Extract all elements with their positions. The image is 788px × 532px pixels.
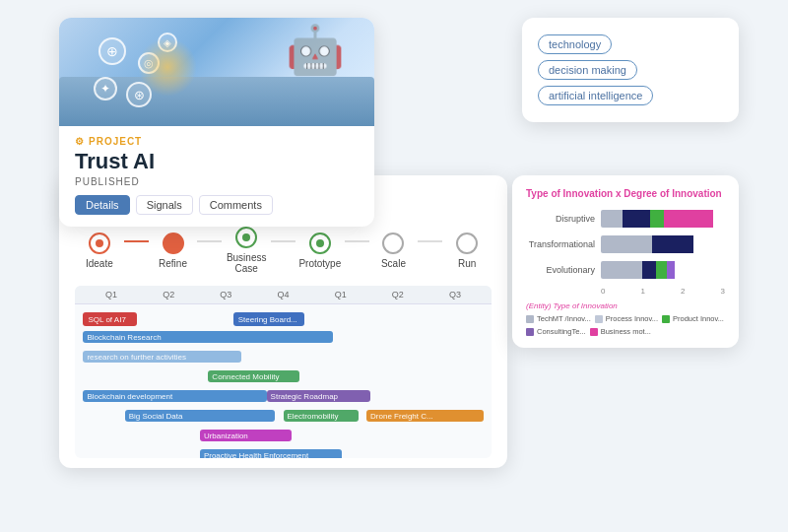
step-ideate[interactable]: Ideate bbox=[75, 233, 124, 269]
tag-technology[interactable]: technology bbox=[538, 34, 612, 54]
bar-segments-transformational bbox=[601, 235, 725, 253]
step-circle-prototype bbox=[309, 233, 331, 254]
bar-big-social: Big Social Data Electromobility Drone Fr… bbox=[75, 407, 492, 425]
step-label-refine: Refine bbox=[159, 258, 187, 269]
step-circle-refine bbox=[163, 233, 184, 254]
robot-hand-icon: 🤖 bbox=[286, 23, 345, 78]
legend-consulting: ConsultingTe... bbox=[526, 327, 586, 336]
bar-row-3: Connected Mobility bbox=[75, 367, 492, 385]
project-card-body: ⚙ PROJECT Trust AI PUBLISHED Details Sig… bbox=[59, 126, 374, 227]
bar-label-disruptive: Disruptive bbox=[526, 214, 595, 224]
step-prototype[interactable]: Prototype bbox=[296, 233, 345, 269]
col-q1-next: Q1 bbox=[312, 290, 369, 299]
tab-details[interactable]: Details bbox=[75, 195, 130, 215]
bar-segments-evolutionary bbox=[601, 261, 725, 279]
legend-product: Product Innov... bbox=[662, 314, 724, 323]
col-q3-next: Q3 bbox=[427, 290, 484, 299]
step-circle-run bbox=[456, 233, 478, 254]
bar-further-activities: research on further activities bbox=[75, 348, 492, 366]
project-card: ⊕ ◎ ✦ ◈ ⊛ 🤖 ⚙ PROJECT Trust AI PUBLISHED… bbox=[59, 18, 374, 227]
milestone-sql: SQL of AI7 bbox=[83, 312, 137, 326]
bar-health: Proactive Health Enforcement bbox=[75, 446, 492, 458]
bar-chart: Disruptive Transformational Evolutionary bbox=[526, 210, 725, 279]
col-q2: Q2 bbox=[140, 290, 197, 299]
chart-row-disruptive: Disruptive bbox=[526, 210, 725, 228]
bar-label-evolutionary: Evolutionary bbox=[526, 265, 595, 275]
tag-artificial-intelligence[interactable]: artificial intelligence bbox=[538, 86, 653, 105]
chart-row-evolutionary: Evolutionary bbox=[526, 261, 725, 279]
legend-business: Business mot... bbox=[590, 327, 651, 336]
col-q3: Q3 bbox=[197, 290, 254, 299]
chart-card: Type of Innovation x Degree of Innovatio… bbox=[512, 175, 739, 348]
milestone-steering: Steering Board... bbox=[233, 312, 304, 326]
project-tabs: Details Signals Comments bbox=[75, 195, 359, 219]
workflow-steps: Ideate Refine Business Case Prototype Sc… bbox=[75, 227, 492, 274]
timeline-area: Q1 Q2 Q3 Q4 Q1 Q2 Q3 SQL of AI7 Steering… bbox=[75, 286, 492, 458]
step-circle-ideate bbox=[89, 233, 110, 254]
tag-decision-making[interactable]: decision making bbox=[538, 60, 637, 80]
col-q4: Q4 bbox=[254, 290, 311, 299]
bar-label-transformational: Transformational bbox=[526, 239, 595, 249]
step-circle-business bbox=[235, 227, 257, 248]
chart-title: Type of Innovation x Degree of Innovatio… bbox=[526, 187, 725, 200]
tab-comments[interactable]: Comments bbox=[199, 195, 273, 215]
chart-row-transformational: Transformational bbox=[526, 235, 725, 253]
connector-1 bbox=[124, 240, 149, 242]
col-q1-prev: Q1 bbox=[83, 290, 140, 299]
connector-4 bbox=[345, 240, 369, 242]
step-label-business: Business Case bbox=[222, 252, 271, 274]
step-circle-scale bbox=[382, 233, 404, 254]
step-business[interactable]: Business Case bbox=[222, 227, 271, 274]
bar-blockchain-dev: Blockchain development Strategic Roadmap bbox=[75, 387, 492, 405]
step-refine[interactable]: Refine bbox=[149, 233, 198, 269]
legend-title: (Entity) Type of Innovation bbox=[526, 301, 725, 310]
step-scale[interactable]: Scale bbox=[369, 233, 419, 269]
tab-signals[interactable]: Signals bbox=[136, 195, 193, 215]
step-label-prototype: Prototype bbox=[298, 258, 341, 269]
chart-axis: 0 1 2 3 bbox=[526, 287, 725, 296]
connector-2 bbox=[197, 240, 222, 242]
step-label-run: Run bbox=[458, 258, 476, 269]
col-q2-next: Q2 bbox=[369, 290, 427, 299]
gear-icon: ⚙ bbox=[75, 136, 85, 147]
connector-5 bbox=[418, 240, 442, 242]
bar-segments-disruptive bbox=[601, 210, 725, 228]
light-burst bbox=[138, 37, 197, 97]
project-title: Trust AI bbox=[75, 149, 359, 174]
bar-urbanization: Urbanization bbox=[75, 427, 492, 444]
bar-blockchain-research: Blockchain Research bbox=[75, 328, 492, 346]
project-label: ⚙ PROJECT bbox=[75, 136, 359, 147]
tags-card: technology decision making artificial in… bbox=[522, 18, 739, 122]
project-card-image: ⊕ ◎ ✦ ◈ ⊛ 🤖 bbox=[59, 18, 374, 126]
legend-process: Process Innov... bbox=[595, 314, 658, 323]
step-run[interactable]: Run bbox=[442, 233, 492, 269]
step-label-scale: Scale bbox=[381, 258, 406, 269]
connector-3 bbox=[271, 240, 296, 242]
legend-techmt: TechMT /Innov... bbox=[526, 314, 591, 323]
tags-container: technology decision making artificial in… bbox=[538, 32, 723, 108]
timeline-header: Q1 Q2 Q3 Q4 Q1 Q2 Q3 bbox=[75, 286, 492, 304]
project-status: PUBLISHED bbox=[75, 176, 359, 187]
chart-area: Disruptive Transformational Evolutionary bbox=[526, 210, 725, 336]
milestones-row: SQL of AI7 Steering Board... bbox=[75, 310, 492, 326]
step-label-ideate: Ideate bbox=[86, 258, 113, 269]
timeline-rows: SQL of AI7 Steering Board... Blockchain … bbox=[75, 304, 492, 457]
legend-items: TechMT /Innov... Process Innov... Produc… bbox=[526, 314, 725, 336]
